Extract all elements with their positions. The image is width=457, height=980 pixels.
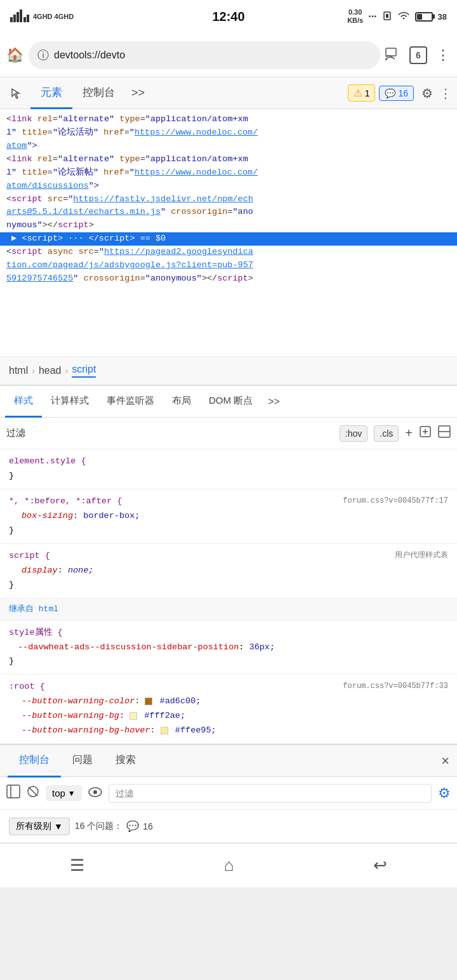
url-text: devtools://devto [54, 50, 125, 61]
link-nodeloc-atom[interactable]: https://www.nodeloc.com/ [135, 128, 258, 137]
html-line-8: arts@5.5.1/dist/echarts.min.js" crossori… [6, 206, 451, 219]
html-line-selected[interactable]: ▶ <script> ··· </script> == $0 [0, 232, 457, 246]
cast-icon[interactable] [385, 46, 401, 64]
tab-dom-breakpoints[interactable]: DOM 断点 [200, 386, 262, 418]
devtools-more-tabs[interactable]: >> [125, 86, 151, 100]
settings-gear-icon[interactable]: ⚙ [421, 86, 433, 101]
svg-rect-8 [386, 48, 396, 56]
home-nav-button[interactable]: ⌂ [224, 856, 234, 875]
message-badge[interactable]: 💬 16 [379, 86, 414, 101]
style-rule-root: :root { forum.css?v=0045b77f:33 --button… [0, 675, 457, 744]
link-pagead-id[interactable]: 5912975746525 [6, 274, 73, 283]
svg-rect-1 [13, 15, 16, 22]
battery-indicator [415, 12, 433, 22]
status-left: 4GHD 4GHD [10, 10, 74, 24]
breadcrumb-html[interactable]: html [9, 365, 28, 376]
color-swatch-warning[interactable] [145, 698, 152, 705]
svg-line-16 [29, 787, 37, 796]
style-attr-closing: } [9, 654, 448, 669]
link-pagead-full[interactable]: tion.com/pagead/js/adsbygoogle.js?client… [6, 260, 253, 270]
issues-count-text: 16 个问题： [75, 821, 123, 832]
url-bar[interactable]: ⓘ devtools://devto [29, 41, 380, 69]
warning-badge[interactable]: ⚠ 1 [348, 84, 376, 102]
link-atom-discussions[interactable]: atom/discussions [6, 181, 89, 190]
breadcrumb-head[interactable]: head [39, 365, 62, 376]
tab-console[interactable]: 控制台 [72, 77, 125, 109]
rule-selector-universal: *, *:before, *:after { forum.css?v=0045b… [9, 494, 448, 509]
issues-level-dropdown[interactable]: 所有级别 ▼ [9, 818, 70, 835]
status-bar: 4GHD 4GHD 12:40 0.30KB/s ··· 38 [0, 0, 457, 33]
filter-bar: 过滤 :hov .cls + [0, 418, 457, 449]
console-tab-search[interactable]: 搜索 [104, 745, 147, 778]
add-style-rule-icon[interactable]: + [405, 426, 413, 440]
devtools-more-icon[interactable]: ⋮ [439, 86, 452, 101]
color-swatch-warning-bg[interactable] [129, 712, 137, 720]
breadcrumb-script[interactable]: script [72, 364, 96, 378]
style-attr-prop: --davwheat-ads--discussion-sidebar-posit… [9, 640, 448, 655]
svg-point-18 [93, 790, 97, 794]
tab-count[interactable]: 6 [409, 46, 427, 64]
console-tabs: 控制台 问题 搜索 × [0, 744, 457, 777]
toggle-panel-icon[interactable] [438, 425, 451, 441]
svg-rect-0 [10, 17, 13, 22]
console-tab-console[interactable]: 控制台 [8, 745, 61, 778]
html-line-6: atom/discussions"> [6, 180, 451, 193]
html-panel: <link rel="alternate" type="application/… [0, 109, 457, 357]
link-atom[interactable]: atom [6, 141, 27, 150]
browser-bar: 🏠 ⓘ devtools://devto 6 ⋮ [0, 33, 457, 77]
tab-layout[interactable]: 布局 [163, 386, 200, 418]
menu-button[interactable]: ☰ [70, 856, 84, 875]
rule-property-display: display: none; [9, 564, 448, 578]
rule-selector-script: script { 用户代理样式表 [9, 549, 448, 564]
filter-actions: :hov .cls + [340, 425, 451, 442]
cls-button[interactable]: .cls [374, 425, 399, 442]
html-line-5: l" title="论坛新帖" href="https://www.nodelo… [6, 166, 451, 180]
issues-msg-icon: 💬 [126, 820, 139, 832]
link-echarts[interactable]: https://fastly.jsdelivr.net/npm/ech [73, 194, 253, 204]
hov-button[interactable]: :hov [340, 425, 368, 442]
top-context-selector[interactable]: top ▼ [46, 785, 82, 801]
devtools-cursor-icon[interactable] [5, 82, 28, 105]
link-pagead[interactable]: https://pagead2.googlesyndica [104, 247, 253, 256]
html-line-2: l" title="论坛活动" href="https://www.nodelo… [6, 126, 451, 140]
menu-dots[interactable]: ⋮ [436, 47, 451, 63]
breadcrumb-sep2: › [65, 366, 69, 376]
battery-fill [417, 14, 422, 20]
back-button[interactable]: ↩ [373, 856, 387, 875]
tab-computed[interactable]: 计算样式 [42, 386, 98, 418]
tab-elements[interactable]: 元素 [30, 77, 72, 109]
carrier-signal [10, 10, 29, 24]
styles-more-tabs[interactable]: >> [262, 396, 286, 407]
console-tab-issues[interactable]: 问题 [61, 745, 104, 778]
console-settings-icon[interactable]: ⚙ [438, 785, 451, 802]
link-nodeloc-atom2[interactable]: https://www.nodeloc.com/ [135, 168, 258, 177]
home-icon[interactable]: 🏠 [6, 47, 23, 63]
filter-label: 过滤 [6, 427, 25, 439]
tab-event-listeners[interactable]: 事件监听器 [98, 386, 163, 418]
rule-closing-script: } [9, 578, 448, 593]
inherited-html-tag: html [39, 604, 58, 614]
issues-bar: 所有级别 ▼ 16 个问题： 💬 16 [0, 810, 457, 843]
svg-rect-13 [7, 785, 20, 798]
close-panel-button[interactable]: × [441, 753, 449, 769]
warning-count: 1 [365, 88, 370, 98]
devtools-warning-area: ⚠ 1 💬 16 ⚙ ⋮ [348, 84, 452, 102]
color-swatch-warning-bg-hover[interactable] [161, 727, 168, 734]
speed-text: 0.30KB/s [347, 8, 363, 25]
carrier-text: 4GHD 4GHD [33, 13, 74, 20]
breadcrumb-sep1: › [32, 366, 35, 376]
link-echarts-dist[interactable]: arts@5.5.1/dist/echarts.min.js [6, 207, 161, 216]
browser-actions: 6 ⋮ [385, 46, 451, 64]
message-icon: 💬 [385, 88, 395, 98]
console-filter-input[interactable] [109, 784, 432, 803]
tab-styles[interactable]: 样式 [5, 386, 42, 418]
sidebar-toggle-icon[interactable] [6, 785, 20, 802]
clear-console-icon[interactable] [27, 785, 39, 801]
rule-prop-warning-bg-hover: --button-warning-bg-hover: #ffee95; [9, 724, 448, 738]
eye-icon[interactable] [88, 786, 102, 800]
html-line-11: <script async src="https://pagead2.googl… [6, 246, 451, 259]
issues-level-arrow: ▼ [54, 821, 63, 831]
devtools-top-bar: 元素 控制台 >> ⚠ 1 💬 16 ⚙ ⋮ [0, 77, 457, 109]
new-style-rule-icon[interactable] [419, 425, 432, 441]
nav-bar: ☰ ⌂ ↩ [0, 843, 457, 887]
